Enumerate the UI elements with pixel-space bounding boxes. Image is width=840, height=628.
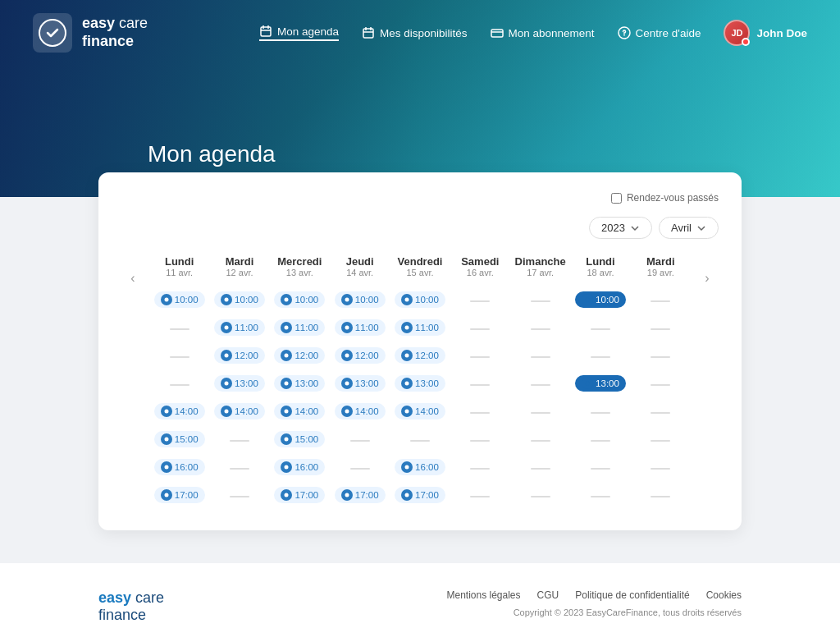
slot-7-2[interactable]: 17:00 bbox=[272, 483, 328, 507]
slot-4-1[interactable]: 14:00 bbox=[211, 399, 267, 424]
slot-0-3[interactable]: 10:00 bbox=[331, 287, 388, 312]
user-avatar: JD bbox=[724, 20, 750, 46]
calendar-topbar: Rendez-vous passés bbox=[121, 192, 719, 204]
prev-week-button[interactable]: ‹ bbox=[121, 267, 144, 290]
nav-abonnement[interactable]: Mon abonnement bbox=[491, 26, 595, 39]
slot-1-2[interactable]: 11:00 bbox=[272, 315, 328, 340]
svg-point-15 bbox=[225, 354, 229, 358]
slot-1-5 bbox=[452, 315, 509, 340]
year-selector[interactable]: 2023 bbox=[589, 217, 652, 239]
slot-5-7 bbox=[572, 427, 628, 452]
svg-point-21 bbox=[345, 382, 349, 386]
logo-icon bbox=[33, 13, 72, 53]
svg-point-24 bbox=[164, 410, 168, 414]
svg-point-29 bbox=[164, 438, 168, 442]
slot-2-4[interactable]: 12:00 bbox=[391, 343, 448, 368]
footer-links-row: Mentions légalesCGUPolitique de confiden… bbox=[446, 589, 742, 601]
slot-2-1[interactable]: 12:00 bbox=[211, 343, 267, 368]
user-menu[interactable]: JD John Doe bbox=[724, 20, 807, 46]
slot-4-4[interactable]: 14:00 bbox=[391, 399, 448, 424]
calendar-card: Rendez-vous passés 2023 Avril ‹ Lundi11 … bbox=[98, 172, 742, 530]
slot-4-3[interactable]: 14:00 bbox=[331, 399, 388, 424]
logo[interactable]: easy care finance bbox=[33, 13, 148, 53]
svg-rect-1 bbox=[261, 27, 271, 36]
slot-3-6 bbox=[512, 371, 568, 396]
slot-3-4[interactable]: 13:00 bbox=[391, 371, 448, 396]
slot-7-3[interactable]: 17:00 bbox=[331, 483, 388, 507]
slot-3-0 bbox=[151, 371, 208, 396]
slot-0-1[interactable]: 10:00 bbox=[211, 287, 267, 312]
svg-point-32 bbox=[285, 465, 289, 470]
nav-aide[interactable]: Centre d'aide bbox=[618, 26, 701, 39]
slot-1-6 bbox=[512, 315, 568, 340]
day-header-col-0: Lundi11 avr. bbox=[151, 252, 208, 281]
slot-5-2[interactable]: 15:00 bbox=[272, 427, 328, 452]
slot-6-1 bbox=[211, 455, 267, 479]
svg-point-6 bbox=[225, 298, 229, 302]
slot-1-7 bbox=[572, 315, 628, 340]
slot-3-7[interactable]: 13:00 bbox=[572, 371, 628, 396]
nav-disponibilites[interactable]: Mes disponibilités bbox=[362, 26, 468, 39]
footer-link-1[interactable]: CGU bbox=[537, 589, 559, 601]
slot-3-1[interactable]: 13:00 bbox=[211, 371, 267, 396]
slot-0-4[interactable]: 10:00 bbox=[391, 287, 448, 312]
slot-4-0[interactable]: 14:00 bbox=[151, 399, 208, 424]
slot-3-2[interactable]: 13:00 bbox=[272, 371, 328, 396]
footer-link-0[interactable]: Mentions légales bbox=[446, 589, 520, 601]
slot-0-7[interactable]: 10:00 bbox=[572, 287, 628, 312]
slot-2-3[interactable]: 12:00 bbox=[331, 343, 388, 368]
slot-3-5 bbox=[452, 371, 509, 396]
slot-0-6 bbox=[512, 287, 568, 312]
nav-agenda[interactable]: Mon agenda bbox=[259, 25, 339, 41]
slot-5-0[interactable]: 15:00 bbox=[151, 427, 208, 452]
slot-4-5 bbox=[452, 399, 509, 424]
footer-links: Mentions légalesCGUPolitique de confiden… bbox=[446, 589, 742, 617]
days-header: Lundi11 avr.Mardi12 avr.Mercredi13 avr.J… bbox=[151, 252, 689, 281]
main-content: Rendez-vous passés 2023 Avril ‹ Lundi11 … bbox=[0, 172, 840, 563]
slot-7-5 bbox=[452, 483, 509, 507]
slot-1-4[interactable]: 11:00 bbox=[391, 315, 448, 340]
slot-6-4[interactable]: 16:00 bbox=[391, 455, 448, 479]
day-header-col-4: Vendredi15 avr. bbox=[391, 252, 448, 281]
slot-4-8 bbox=[632, 399, 689, 424]
svg-point-12 bbox=[285, 326, 289, 330]
slot-1-1[interactable]: 11:00 bbox=[211, 315, 267, 340]
day-header-col-8: Mardi19 avr. bbox=[632, 252, 689, 281]
rdv-passes-toggle[interactable]: Rendez-vous passés bbox=[611, 192, 719, 204]
slot-6-2[interactable]: 16:00 bbox=[272, 455, 328, 479]
slot-4-7 bbox=[572, 399, 628, 424]
slot-7-4[interactable]: 17:00 bbox=[391, 483, 448, 507]
slot-6-8 bbox=[632, 455, 689, 479]
day-header-col-1: Mardi12 avr. bbox=[211, 252, 267, 281]
svg-point-35 bbox=[285, 493, 289, 497]
svg-point-9 bbox=[405, 298, 409, 302]
slot-0-0[interactable]: 10:00 bbox=[151, 287, 208, 312]
svg-point-10 bbox=[586, 298, 590, 302]
rdv-passes-checkbox[interactable] bbox=[611, 193, 622, 204]
svg-point-16 bbox=[285, 354, 289, 358]
page-title: Mon agenda bbox=[148, 141, 276, 167]
slot-0-2[interactable]: 10:00 bbox=[272, 287, 328, 312]
day-header-col-5: Samedi16 avr. bbox=[452, 252, 509, 281]
slot-2-6 bbox=[512, 343, 568, 368]
svg-point-11 bbox=[225, 326, 229, 330]
slot-2-2[interactable]: 12:00 bbox=[272, 343, 328, 368]
next-week-button[interactable]: › bbox=[696, 267, 719, 290]
slot-6-0[interactable]: 16:00 bbox=[151, 455, 208, 479]
svg-point-23 bbox=[586, 382, 590, 386]
svg-point-27 bbox=[345, 410, 349, 414]
month-selector[interactable]: Avril bbox=[659, 217, 719, 239]
slot-5-8 bbox=[632, 427, 689, 452]
slot-4-2[interactable]: 14:00 bbox=[272, 399, 328, 424]
slot-2-8 bbox=[632, 343, 689, 368]
svg-point-20 bbox=[285, 382, 289, 386]
footer: easy care finance Mentions légalesCGUPol… bbox=[0, 563, 840, 628]
slot-7-0[interactable]: 17:00 bbox=[151, 483, 208, 507]
footer-link-3[interactable]: Cookies bbox=[706, 589, 742, 601]
svg-point-31 bbox=[164, 465, 168, 470]
svg-point-34 bbox=[164, 493, 168, 497]
slot-3-3[interactable]: 13:00 bbox=[331, 371, 388, 396]
slot-1-3[interactable]: 11:00 bbox=[331, 315, 388, 340]
svg-point-7 bbox=[285, 298, 289, 302]
footer-link-2[interactable]: Politique de confidentialité bbox=[575, 589, 689, 601]
